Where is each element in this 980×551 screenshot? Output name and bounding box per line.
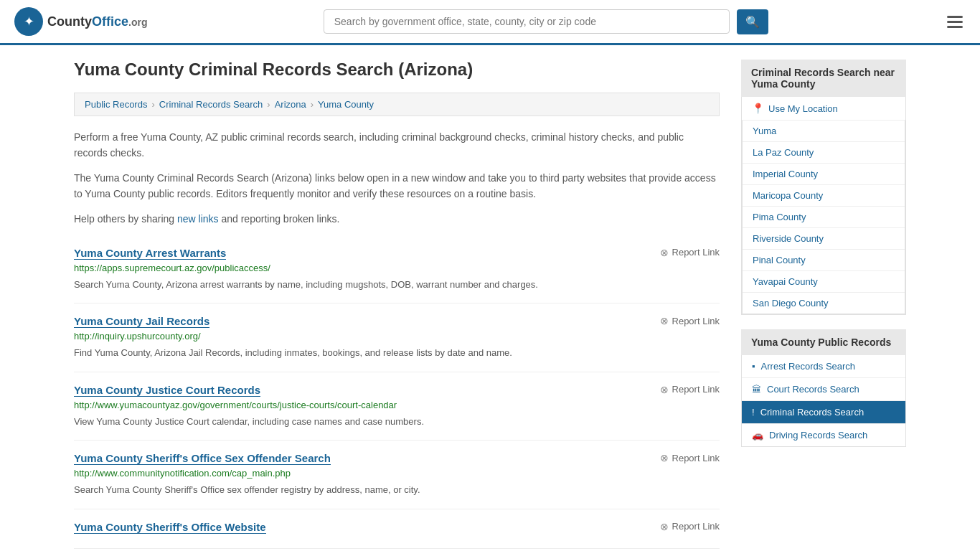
sidebar-public-records-item: ! Criminal Records Search [742, 401, 905, 424]
record-title[interactable]: Yuma County Justice Court Records [74, 384, 260, 397]
record-description: Search Yuma County Sheriff's Office sex … [74, 483, 720, 497]
page-title: Yuma County Criminal Records Search (Ari… [74, 60, 720, 80]
sidebar: Criminal Records Search near Yuma County… [741, 60, 906, 549]
report-link-button[interactable]: ⊗ Report Link [660, 247, 720, 258]
record-description: Find Yuma County, Arizona Jail Records, … [74, 346, 720, 360]
search-area: 🔍 [324, 9, 768, 34]
public-records-link[interactable]: 🚗 Driving Records Search [742, 424, 905, 446]
list-item: Riverside County [743, 228, 905, 250]
public-records-link[interactable]: 🏛 Court Records Search [742, 378, 905, 400]
near-locations-list: YumaLa Paz CountyImperial CountyMaricopa… [742, 121, 905, 314]
near-location-link[interactable]: Yavapai County [743, 271, 905, 292]
report-icon: ⊗ [660, 521, 669, 532]
record-url[interactable]: http://inquiry.upshurcounty.org/ [74, 331, 720, 342]
record-description: Search Yuma County, Arizona arrest warra… [74, 278, 720, 292]
record-type-icon: ▪ [752, 361, 755, 372]
near-location-link[interactable]: Pinal County [743, 250, 905, 270]
report-link-label: Report Link [672, 384, 720, 395]
description-1: Perform a free Yuma County, AZ public cr… [74, 129, 720, 161]
breadcrumb-yuma-county[interactable]: Yuma County [318, 99, 374, 110]
near-location-link[interactable]: Maricopa County [743, 185, 905, 206]
breadcrumb: Public Records › Criminal Records Search… [74, 93, 720, 116]
logo[interactable]: ✦ CountyOffice.org [14, 7, 147, 36]
list-item: La Paz County [743, 142, 905, 164]
report-link-label: Report Link [672, 316, 720, 326]
description-3: Help others by sharing new links and rep… [74, 211, 720, 227]
list-item: Pima County [743, 207, 905, 228]
record-url[interactable]: http://www.yumacountyaz.gov/government/c… [74, 400, 720, 410]
report-link-button[interactable]: ⊗ Report Link [660, 521, 720, 532]
list-item: Maricopa County [743, 185, 905, 207]
report-link-button[interactable]: ⊗ Report Link [660, 384, 720, 395]
near-header: Criminal Records Search near Yuma County [741, 60, 906, 97]
public-records-label: Arrest Records Search [761, 361, 856, 372]
breadcrumb-criminal-records[interactable]: Criminal Records Search [159, 99, 263, 110]
report-icon: ⊗ [660, 452, 669, 463]
new-links-link[interactable]: new links [177, 213, 219, 225]
use-my-location-label: Use My Location [768, 103, 838, 114]
records-list: Yuma County Arrest Warrants ⊗ Report Lin… [74, 235, 720, 549]
breadcrumb-arizona[interactable]: Arizona [275, 99, 306, 110]
public-records-link[interactable]: ▪ Arrest Records Search [742, 355, 905, 377]
near-location-link[interactable]: Riverside County [743, 228, 905, 249]
main-content: Yuma County Criminal Records Search (Ari… [74, 60, 720, 549]
record-title[interactable]: Yuma County Sheriff's Office Website [74, 521, 266, 534]
report-link-label: Report Link [672, 453, 720, 463]
public-records-section: Yuma County Public Records ▪ Arrest Reco… [741, 329, 906, 447]
use-my-location-link[interactable]: 📍 Use My Location [742, 97, 905, 121]
list-item: San Diego County [743, 293, 905, 314]
report-icon: ⊗ [660, 384, 669, 395]
near-section: Criminal Records Search near Yuma County… [741, 60, 906, 315]
record-url[interactable]: https://apps.supremecourt.az.gov/publica… [74, 263, 720, 273]
public-records-label: Driving Records Search [769, 430, 867, 441]
location-icon: 📍 [752, 103, 764, 114]
public-records-header: Yuma County Public Records [741, 329, 906, 355]
main-container: Yuma County Criminal Records Search (Ari… [60, 45, 920, 551]
near-location-link[interactable]: San Diego County [743, 293, 905, 314]
public-records-list: ▪ Arrest Records Search 🏛 Court Records … [741, 355, 906, 447]
menu-button[interactable] [944, 13, 966, 31]
list-item: Imperial County [743, 164, 905, 185]
near-location-link[interactable]: Pima County [743, 207, 905, 227]
record-title[interactable]: Yuma County Jail Records [74, 315, 209, 328]
record-type-icon: 🏛 [752, 384, 761, 395]
record-title[interactable]: Yuma County Sheriff's Office Sex Offende… [74, 452, 331, 465]
logo-icon: ✦ [14, 7, 43, 36]
report-link-label: Report Link [672, 247, 720, 258]
list-item: Yuma [743, 121, 905, 142]
sidebar-public-records-item: ▪ Arrest Records Search [742, 355, 905, 378]
near-location-link[interactable]: Yuma [743, 121, 905, 141]
record-type-icon: ! [752, 407, 755, 418]
record-entry: Yuma County Arrest Warrants ⊗ Report Lin… [74, 235, 720, 304]
report-link-button[interactable]: ⊗ Report Link [660, 452, 720, 463]
report-link-button[interactable]: ⊗ Report Link [660, 315, 720, 326]
near-location-link[interactable]: Imperial County [743, 164, 905, 184]
record-entry: Yuma County Jail Records ⊗ Report Link h… [74, 303, 720, 372]
near-location-link[interactable]: La Paz County [743, 142, 905, 163]
record-title[interactable]: Yuma County Arrest Warrants [74, 247, 226, 260]
report-icon: ⊗ [660, 247, 669, 258]
record-entry: Yuma County Sheriff's Office Website ⊗ R… [74, 509, 720, 549]
report-icon: ⊗ [660, 315, 669, 326]
record-type-icon: 🚗 [752, 430, 763, 441]
list-item: Pinal County [743, 250, 905, 271]
sidebar-public-records-item: 🏛 Court Records Search [742, 378, 905, 401]
report-link-label: Report Link [672, 521, 720, 532]
public-records-label: Court Records Search [767, 384, 859, 395]
site-header: ✦ CountyOffice.org 🔍 [0, 0, 980, 45]
public-records-label: Criminal Records Search [760, 407, 864, 418]
breadcrumb-sep-1: › [151, 99, 154, 110]
sidebar-public-records-item: 🚗 Driving Records Search [742, 424, 905, 446]
record-description: View Yuma County Justice Court calendar,… [74, 415, 720, 429]
search-button[interactable]: 🔍 [737, 9, 768, 34]
record-url[interactable]: http://www.communitynotification.com/cap… [74, 468, 720, 479]
breadcrumb-sep-2: › [267, 99, 270, 110]
description-2: The Yuma County Criminal Records Search … [74, 170, 720, 202]
logo-text: CountyOffice.org [47, 14, 147, 29]
breadcrumb-public-records[interactable]: Public Records [85, 99, 147, 110]
list-item: Yavapai County [743, 271, 905, 293]
search-input[interactable] [324, 9, 730, 34]
public-records-link[interactable]: ! Criminal Records Search [742, 401, 905, 423]
breadcrumb-sep-3: › [311, 99, 314, 110]
record-entry: Yuma County Justice Court Records ⊗ Repo… [74, 372, 720, 441]
